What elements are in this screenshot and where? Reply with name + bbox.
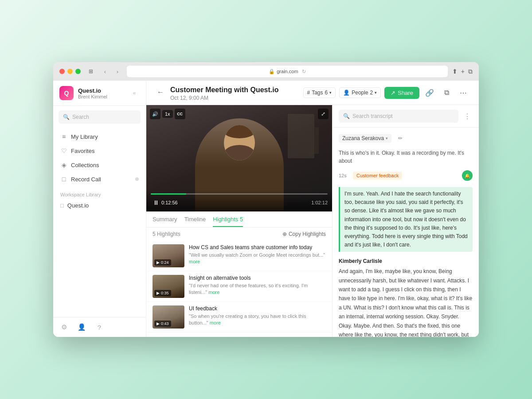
speaker-filter-name: Zuzana Serakova <box>342 135 384 141</box>
browser-back-btn[interactable]: ‹ <box>100 66 110 76</box>
browser-window: ⊞ ‹ › 🔒 grain.com ↻ ⬆ + ⧉ Q Quest.io <box>53 62 479 337</box>
body-area: 🔊 1x CC ⤢ ⏸ <box>146 105 479 337</box>
highlight-excerpt-1: "Well we usually watch Zoom or Google Me… <box>189 252 326 266</box>
share-button[interactable]: ↗ Share <box>384 87 419 99</box>
mute-button[interactable]: 🔊 <box>150 109 160 119</box>
speed-button[interactable]: 1x <box>162 110 173 118</box>
transcript-search[interactable]: 🔍 Search transcript <box>339 110 458 123</box>
upload-icon[interactable]: ⬆ <box>452 68 458 75</box>
highlight-play-1: ▶ 0:24 <box>154 259 171 266</box>
highlight-duration-3: 0:43 <box>161 321 169 326</box>
more-options-icon[interactable]: ⋯ <box>457 86 470 99</box>
people-label: People <box>352 90 368 96</box>
hash-icon: # <box>307 90 310 96</box>
video-controls-bottom: ⏸ 0:12:56 1:02:12 <box>146 190 332 211</box>
sidebar-collapse-btn[interactable]: « <box>129 88 140 98</box>
traffic-light-red[interactable] <box>59 69 65 74</box>
link-icon[interactable]: 🔗 <box>423 86 436 99</box>
tab-highlights[interactable]: Highlights 5 <box>213 216 243 227</box>
edit-speaker-button[interactable]: ✏ <box>395 133 406 144</box>
share-icon: ↗ <box>391 90 395 96</box>
sidebar-item-favorites[interactable]: ♡ Favorites <box>57 144 142 157</box>
highlight-duration-2: 0:35 <box>161 291 169 295</box>
add-user-icon[interactable]: 👤 <box>76 322 87 332</box>
highlight-item-3[interactable]: ▶ 0:43 UI feedback "So when you're creat… <box>146 302 332 332</box>
highlight-play-2: ▶ 0:35 <box>154 290 171 296</box>
copy-highlights-button[interactable]: ⊕ Copy Highlights <box>282 231 326 237</box>
browser-url-bar[interactable]: 🔒 grain.com ↻ <box>127 66 448 77</box>
sidebar-search[interactable]: 🔍 Search <box>59 110 141 124</box>
tab-timeline[interactable]: Timeline <box>184 216 206 227</box>
layers-icon[interactable]: ⧉ <box>440 86 453 99</box>
help-icon[interactable]: ? <box>94 322 105 332</box>
share-label: Share <box>398 90 413 96</box>
transcript-body: Zuzana Serakova ▾ ✏ This is who's in it.… <box>332 128 479 337</box>
highlight-more-3[interactable]: more <box>210 320 221 325</box>
copy-icon: ⊕ <box>282 231 287 237</box>
back-button[interactable]: ← <box>155 87 166 98</box>
highlight-title-2: Insight on alternative tools <box>189 275 326 281</box>
sidebar-workspace-quest[interactable]: □ Quest.io <box>53 199 146 212</box>
sidebar-item-collections[interactable]: ◈ Collections <box>57 158 142 172</box>
new-tab-icon[interactable]: + <box>461 68 465 75</box>
transcript-tag-time: 12s <box>339 173 349 178</box>
people-button[interactable]: 👤 People 2 ▾ <box>339 87 381 98</box>
transcript-tag-action-icon[interactable]: 🔔 <box>462 170 473 181</box>
sidebar-item-label: My Library <box>71 133 98 140</box>
transcript-highlighted-block: I'm sure. Yeah. And I hate the search fu… <box>339 187 473 252</box>
highlight-item-1[interactable]: ▶ 0:24 How CS and Sales teams share cust… <box>146 241 332 271</box>
highlights-bar: 5 Highlights ⊕ Copy Highlights <box>146 227 332 241</box>
fullscreen-button[interactable]: ⤢ <box>318 109 329 119</box>
total-time: 1:02:12 <box>311 200 328 205</box>
video-tabs: Summary Timeline Highlights 5 <box>146 211 332 227</box>
speaker-filter-chip[interactable]: Zuzana Serakova ▾ <box>339 134 391 143</box>
bg-item <box>310 127 319 154</box>
highlight-thumbnail-2: ▶ 0:35 <box>153 275 184 298</box>
browser-forward-btn[interactable]: › <box>113 66 122 76</box>
highlight-item-2[interactable]: ▶ 0:35 Insight on alternative tools "I'd… <box>146 271 332 302</box>
search-icon: 🔍 <box>63 114 70 120</box>
highlight-more-1[interactable]: more <box>189 259 200 264</box>
transcript-tag-block: 12s Customer feedback 🔔 <box>339 170 473 181</box>
transcript-tag-label: Customer feedback <box>353 172 402 180</box>
browser-actions: ⬆ + ⧉ <box>452 68 473 75</box>
tags-button[interactable]: # Tags 6 ▾ <box>303 87 336 98</box>
traffic-light-yellow[interactable] <box>67 69 73 74</box>
video-progress-bar[interactable] <box>151 193 328 195</box>
collections-icon: ◈ <box>60 161 67 168</box>
brand-logo: Q <box>59 86 74 100</box>
sidebar-item-record-call[interactable]: □ Record Call <box>57 172 142 186</box>
brand-name: Quest.io <box>78 87 125 94</box>
highlight-excerpt-3: "So when you're creating a story, you ha… <box>189 313 326 327</box>
main-content: ← Customer Meeting with Quest.io Oct 12,… <box>146 81 479 337</box>
settings-icon[interactable]: ⚙ <box>59 322 69 332</box>
play-pause-button[interactable]: ⏸ <box>151 197 161 208</box>
extensions-icon[interactable]: ⧉ <box>468 68 473 75</box>
brand-user: Brent Kimmel <box>78 94 125 99</box>
current-time: 0:12:56 <box>161 200 178 205</box>
transcript-panel: 🔍 Search transcript ⋮ Zuzana Serakova ▾ … <box>332 105 479 337</box>
search-placeholder: Search <box>72 114 89 120</box>
brand-logo-letter: Q <box>64 90 69 97</box>
highlight-info-2: Insight on alternative tools "I'd never … <box>189 275 326 298</box>
highlight-more-2[interactable]: more <box>208 289 219 295</box>
meeting-title: Customer Meeting with Quest.io <box>170 86 278 94</box>
highlight-play-3: ▶ 0:43 <box>154 321 171 327</box>
people-count: 2 <box>370 90 373 96</box>
lock-icon: 🔒 <box>269 69 275 74</box>
video-left-controls: 🔊 1x CC <box>150 109 185 119</box>
sidebar-header: Q Quest.io Brent Kimmel « <box>53 81 146 106</box>
transcript-speaker-filter: Zuzana Serakova ▾ ✏ <box>339 133 473 144</box>
sidebar-item-my-library[interactable]: ≡ My Library <box>57 130 142 143</box>
video-controls-top: 🔊 1x CC ⤢ <box>150 109 329 119</box>
main-header-right: # Tags 6 ▾ 👤 People 2 ▾ ↗ Share <box>303 86 470 99</box>
transcript-more-options[interactable]: ⋮ <box>462 111 473 121</box>
cc-button[interactable]: CC <box>175 109 185 119</box>
video-progress-fill <box>151 193 186 195</box>
traffic-light-green[interactable] <box>75 69 81 74</box>
chevron-down-icon: ▾ <box>375 90 377 95</box>
sidebar: Q Quest.io Brent Kimmel « 🔍 Search ≡ My … <box>53 81 146 337</box>
transcript-header: 🔍 Search transcript ⋮ <box>332 105 479 128</box>
record-call-icon: □ <box>60 176 67 183</box>
tab-summary[interactable]: Summary <box>153 216 177 227</box>
